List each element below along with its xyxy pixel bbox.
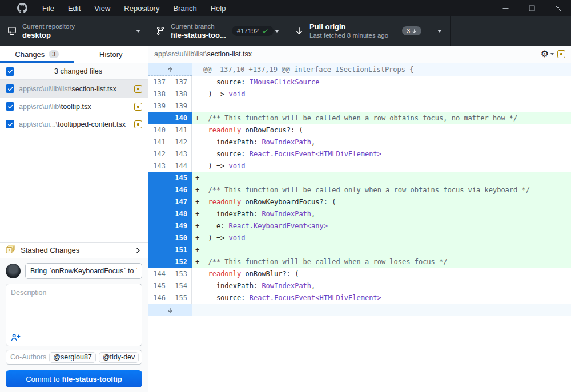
select-all-checkbox[interactable] xyxy=(6,67,14,76)
coauthors-box[interactable]: Co-Authors @sergiou87@tidy-dev xyxy=(6,350,142,365)
code-segment: readonly xyxy=(208,198,241,206)
old-line-number: 138 xyxy=(148,88,170,100)
file-checkbox[interactable] xyxy=(6,102,14,111)
pr-number: #17192 xyxy=(237,27,259,34)
expand-footer-spacer xyxy=(192,304,571,316)
file-checkbox[interactable] xyxy=(6,120,14,128)
file-name: section-list.tsx xyxy=(71,85,116,93)
sidebar: Changes 3 History 3 changed files app\sr… xyxy=(0,46,148,392)
diff-line[interactable]: 139139 xyxy=(148,100,571,112)
file-row[interactable]: app\src\ui\lib\list\section-list.tsx xyxy=(0,80,148,98)
menu-view[interactable]: View xyxy=(87,0,117,16)
diff-line[interactable]: 144153 readonly onRowBlur?: ( xyxy=(148,268,571,280)
diff-line[interactable]: 142143 source: React.FocusEvent<HTMLDivE… xyxy=(148,148,571,160)
file-checkbox[interactable] xyxy=(6,84,14,93)
diff-line[interactable]: 151+ xyxy=(148,244,571,256)
diff-line-sign: + xyxy=(192,258,200,266)
diff-line[interactable]: 147+ readonly onRowKeyboardFocus?: ( xyxy=(148,196,571,208)
menu-help[interactable]: Help xyxy=(204,0,233,16)
check-icon xyxy=(262,27,268,34)
diff-line[interactable]: 145+ xyxy=(148,172,571,184)
current-repository-button[interactable]: Current repository desktop xyxy=(0,16,148,46)
diff-line[interactable]: 138138 ) => void xyxy=(148,88,571,100)
diff-file-name: section-list.tsx xyxy=(207,50,252,58)
diff-code xyxy=(192,100,571,112)
commit-button[interactable]: Commit to file-status-tooltip xyxy=(6,370,142,387)
pull-origin-button[interactable]: Pull origin Last fetched 8 minutes ago 3 xyxy=(287,16,429,46)
pull-origin-title: Pull origin xyxy=(309,22,378,31)
diff-line[interactable]: 152+ /** This function will be called wh… xyxy=(148,256,571,268)
menu-file[interactable]: File xyxy=(35,0,61,16)
minimize-button[interactable] xyxy=(492,0,518,16)
diff-line[interactable]: 145154 indexPath: RowIndexPath, xyxy=(148,280,571,292)
coauthor-pill[interactable]: @tidy-dev xyxy=(99,352,139,363)
tab-history[interactable]: History xyxy=(74,46,148,63)
arrow-down-icon xyxy=(412,29,417,34)
stashed-changes-row[interactable]: Stashed Changes xyxy=(0,242,148,258)
diff-line[interactable]: 150+ ) => void xyxy=(148,232,571,244)
current-branch-button[interactable]: Current branch file-status-too... #17192 xyxy=(148,16,287,46)
commit-button-branch: file-status-tooltip xyxy=(62,375,122,383)
tab-changes[interactable]: Changes 3 xyxy=(0,46,74,63)
file-row[interactable]: app\src\ui...\tooltipped-content.tsx xyxy=(0,115,148,133)
menu-repository[interactable]: Repository xyxy=(117,0,166,16)
diff-line[interactable]: 140141 readonly onRowFocus?: ( xyxy=(148,124,571,136)
arrow-down-icon xyxy=(167,307,174,314)
arrow-up-icon xyxy=(167,66,174,73)
new-line-number: 138 xyxy=(170,88,192,100)
diff-lines: 137137 source: IMouseClickSource138138 )… xyxy=(148,76,571,304)
code-segment: e: xyxy=(200,222,229,230)
expand-hunk-down-button[interactable] xyxy=(148,304,192,316)
diff-line[interactable]: 148+ indexPath: RowIndexPath, xyxy=(148,208,571,220)
tab-history-label: History xyxy=(99,50,122,59)
arrow-down-icon xyxy=(295,26,304,35)
diff-body: @@ -137,10 +137,19 @@ interface ISection… xyxy=(148,63,571,392)
code-segment: IMouseClickSource xyxy=(250,78,320,86)
chevron-down-icon xyxy=(550,53,554,55)
commit-summary-input[interactable] xyxy=(25,263,142,279)
diff-line[interactable]: 149+ e: React.KeyboardEvent<any> xyxy=(148,220,571,232)
pull-options-dropdown[interactable] xyxy=(429,16,451,46)
menu-edit[interactable]: Edit xyxy=(61,0,87,16)
person-plus-icon xyxy=(11,333,21,342)
new-line-number: 140 xyxy=(170,112,192,124)
expand-hunk-up-button[interactable] xyxy=(148,63,192,76)
menu-branch[interactable]: Branch xyxy=(166,0,203,16)
file-path: app\src\ui\lib\list\section-list.tsx xyxy=(19,85,130,93)
file-dir: app\src\ui\lib\list\ xyxy=(19,85,71,93)
avatar xyxy=(6,264,21,278)
diff-line[interactable]: 141142 indexPath: RowIndexPath, xyxy=(148,136,571,148)
old-line-number xyxy=(148,244,170,256)
diff-line[interactable]: 143144 ) => void xyxy=(148,160,571,172)
commit-description-input[interactable] xyxy=(6,284,142,330)
diff-code: + /** This function will be called when … xyxy=(192,112,571,124)
diff-line[interactable]: 146155 source: React.FocusEvent<HTMLDivE… xyxy=(148,292,571,304)
old-line-number xyxy=(148,196,170,208)
changed-files-header: 3 changed files xyxy=(0,63,148,80)
new-line-number: 148 xyxy=(170,208,192,220)
code-segment: React.FocusEvent<HTMLDivElement> xyxy=(250,294,381,302)
old-line-number: 144 xyxy=(148,268,170,280)
file-row[interactable]: app\src\ui\lib\tooltip.tsx xyxy=(0,98,148,115)
file-name: tooltipped-content.tsx xyxy=(58,120,126,128)
diff-code: + /** This function will be called when … xyxy=(192,256,571,268)
diff-options-button[interactable]: ⚙ xyxy=(541,50,554,59)
code-segment: source: xyxy=(200,150,250,158)
diff-line[interactable]: 137137 source: IMouseClickSource xyxy=(148,76,571,88)
old-line-number: 140 xyxy=(148,124,170,136)
coauthor-pill[interactable]: @sergiou87 xyxy=(49,352,96,363)
diff-line[interactable]: 146+ /** This function will be called on… xyxy=(148,184,571,196)
code-segment: void xyxy=(229,90,246,98)
code-segment: /** This function will be called when a … xyxy=(200,114,517,122)
diff-line[interactable]: 140+ /** This function will be called wh… xyxy=(148,112,571,124)
menu-bar: FileEditViewRepositoryBranchHelp xyxy=(35,0,232,16)
maximize-button[interactable] xyxy=(518,0,545,16)
file-dir: app\src\ui...\ xyxy=(19,120,58,128)
current-branch-name: file-status-too... xyxy=(171,31,226,40)
diff-line-sign: + xyxy=(192,234,200,242)
current-branch-label: Current branch xyxy=(171,22,226,31)
old-line-number: 139 xyxy=(148,100,170,112)
chevron-down-icon xyxy=(437,30,442,33)
add-coauthor-button[interactable] xyxy=(11,333,21,342)
close-button[interactable] xyxy=(545,0,571,16)
